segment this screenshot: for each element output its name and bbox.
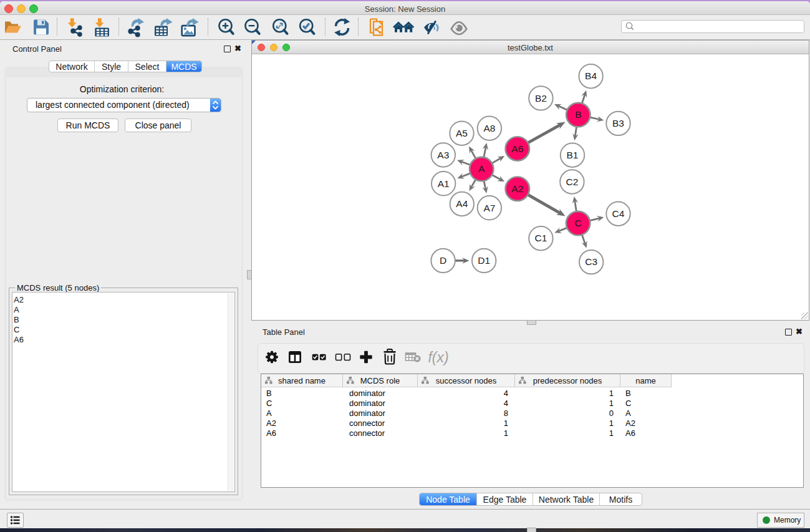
- svg-text:C3: C3: [585, 256, 597, 267]
- svg-text:A6: A6: [511, 143, 523, 154]
- svg-text:C2: C2: [566, 177, 578, 187]
- svg-text:D: D: [440, 255, 446, 266]
- svg-text:f(x): f(x): [428, 349, 448, 365]
- svg-text:A1: A1: [438, 178, 450, 189]
- svg-text:A: A: [478, 163, 485, 174]
- svg-text:A7: A7: [483, 203, 495, 213]
- svg-text:A2: A2: [511, 183, 523, 194]
- svg-text:B1: B1: [567, 150, 579, 160]
- svg-text:A3: A3: [437, 150, 449, 160]
- svg-text:C1: C1: [534, 233, 547, 243]
- svg-text:B: B: [575, 109, 581, 120]
- svg-text:A8: A8: [483, 123, 495, 133]
- svg-text:B3: B3: [612, 118, 624, 128]
- svg-text:D1: D1: [478, 255, 490, 266]
- svg-text:C: C: [574, 218, 581, 228]
- svg-text:B2: B2: [535, 93, 547, 104]
- svg-text:C4: C4: [612, 208, 625, 219]
- svg-text:A4: A4: [456, 198, 468, 209]
- svg-text:B4: B4: [585, 70, 597, 81]
- svg-text:A5: A5: [456, 128, 468, 138]
